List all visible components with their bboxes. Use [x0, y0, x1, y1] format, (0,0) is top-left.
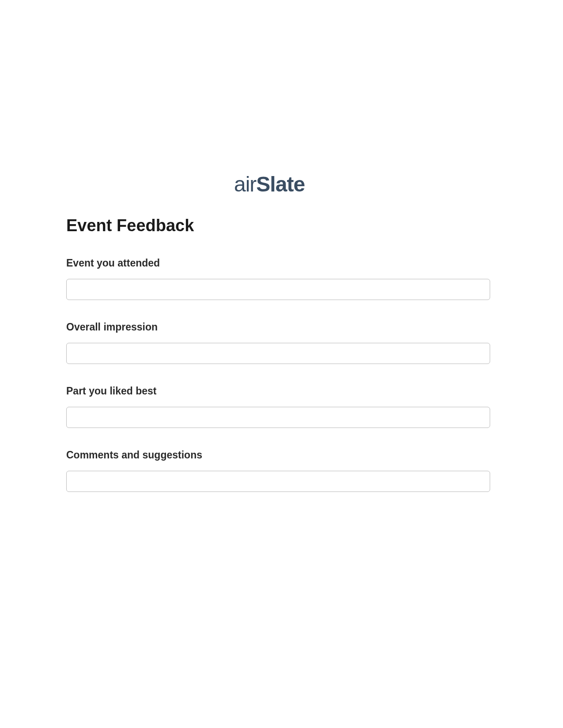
- field-event-attended: Event you attended: [66, 257, 490, 300]
- label-comments: Comments and suggestions: [66, 449, 490, 461]
- input-comments[interactable]: [66, 471, 490, 492]
- input-event-attended[interactable]: [66, 279, 490, 300]
- label-overall-impression: Overall impression: [66, 321, 490, 333]
- input-overall-impression[interactable]: [66, 343, 490, 364]
- input-liked-best[interactable]: [66, 407, 490, 428]
- label-event-attended: Event you attended: [66, 257, 490, 269]
- label-liked-best: Part you liked best: [66, 385, 490, 397]
- field-overall-impression: Overall impression: [66, 321, 490, 364]
- field-comments: Comments and suggestions: [66, 449, 490, 492]
- form-container: Event Feedback Event you attended Overal…: [66, 168, 490, 513]
- field-liked-best: Part you liked best: [66, 385, 490, 428]
- page-title: Event Feedback: [66, 216, 490, 235]
